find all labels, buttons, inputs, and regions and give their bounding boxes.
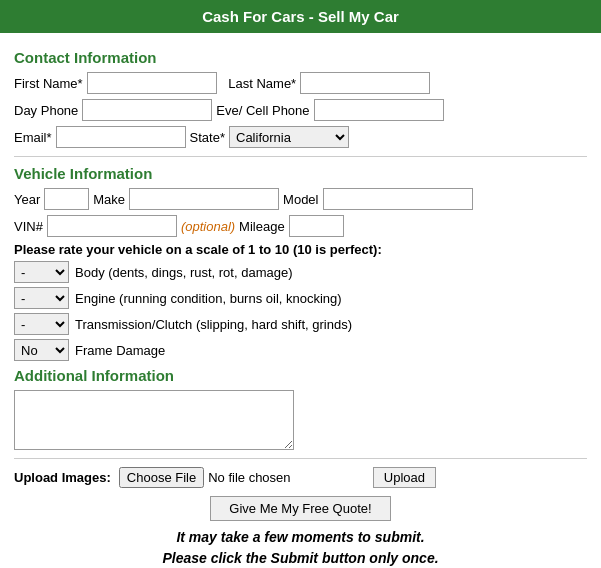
year-input[interactable] — [44, 188, 89, 210]
year-label: Year — [14, 192, 40, 207]
transmission-rating-label: Transmission/Clutch (slipping, hard shif… — [75, 317, 352, 332]
model-input[interactable] — [323, 188, 473, 210]
additional-section-title: Additional Information — [14, 367, 587, 384]
first-name-input[interactable] — [87, 72, 217, 94]
body-rating-row: -12345678910 Body (dents, dings, rust, r… — [14, 261, 587, 283]
transmission-rating-select[interactable]: -12345678910 — [14, 313, 69, 335]
frame-damage-label: Frame Damage — [75, 343, 165, 358]
engine-rating-label: Engine (running condition, burns oil, kn… — [75, 291, 342, 306]
transmission-rating-row: -12345678910 Transmission/Clutch (slippi… — [14, 313, 587, 335]
day-phone-label: Day Phone — [14, 103, 78, 118]
email-label: Email* — [14, 130, 52, 145]
additional-info-textarea[interactable] — [14, 390, 294, 450]
submit-button[interactable]: Give Me My Free Quote! — [210, 496, 390, 521]
page-header: Cash For Cars - Sell My Car — [0, 0, 601, 33]
submit-note-line2: Please click the Submit button only once… — [162, 550, 438, 566]
engine-rating-row: -12345678910 Engine (running condition, … — [14, 287, 587, 309]
mileage-input[interactable] — [289, 215, 344, 237]
last-name-label: Last Name* — [228, 76, 296, 91]
email-state-row: Email* State* AlabamaAlaskaArizonaArkans… — [14, 126, 587, 148]
file-input[interactable] — [119, 467, 365, 488]
engine-rating-select[interactable]: -12345678910 — [14, 287, 69, 309]
contact-section-title: Contact Information — [14, 49, 587, 66]
day-phone-input[interactable] — [82, 99, 212, 121]
phone-row: Day Phone Eve/ Cell Phone — [14, 99, 587, 121]
body-rating-select[interactable]: -12345678910 — [14, 261, 69, 283]
frame-damage-select[interactable]: NoYes — [14, 339, 69, 361]
vehicle-section-title: Vehicle Information — [14, 165, 587, 182]
vin-optional: (optional) — [181, 219, 235, 234]
year-make-model-row: Year Make Model — [14, 188, 587, 210]
email-input[interactable] — [56, 126, 186, 148]
submit-note: It may take a few moments to submit. Ple… — [14, 527, 587, 568]
first-name-label: First Name* — [14, 76, 83, 91]
model-label: Model — [283, 192, 318, 207]
name-row: First Name* Last Name* — [14, 72, 587, 94]
upload-label: Upload Images: — [14, 470, 111, 485]
vin-label: VIN# — [14, 219, 43, 234]
vin-input[interactable] — [47, 215, 177, 237]
frame-damage-row: NoYes Frame Damage — [14, 339, 587, 361]
vin-mileage-row: VIN# (optional) Mileage — [14, 215, 587, 237]
state-label: State* — [190, 130, 225, 145]
upload-button[interactable]: Upload — [373, 467, 436, 488]
eve-cell-input[interactable] — [314, 99, 444, 121]
app-container: Cash For Cars - Sell My Car Contact Info… — [0, 0, 601, 568]
eve-cell-label: Eve/ Cell Phone — [216, 103, 309, 118]
submit-note-line1: It may take a few moments to submit. — [176, 529, 424, 545]
divider-2 — [14, 458, 587, 459]
submit-area: Give Me My Free Quote! It may take a few… — [14, 496, 587, 568]
make-label: Make — [93, 192, 125, 207]
upload-row: Upload Images: Upload — [14, 467, 587, 488]
body-rating-label: Body (dents, dings, rust, rot, damage) — [75, 265, 293, 280]
header-title: Cash For Cars - Sell My Car — [202, 8, 399, 25]
last-name-input[interactable] — [300, 72, 430, 94]
main-content: Contact Information First Name* Last Nam… — [0, 33, 601, 568]
make-input[interactable] — [129, 188, 279, 210]
rating-instruction: Please rate your vehicle on a scale of 1… — [14, 242, 587, 257]
state-select[interactable]: AlabamaAlaskaArizonaArkansasCaliforniaCo… — [229, 126, 349, 148]
divider-1 — [14, 156, 587, 157]
mileage-label: Mileage — [239, 219, 285, 234]
